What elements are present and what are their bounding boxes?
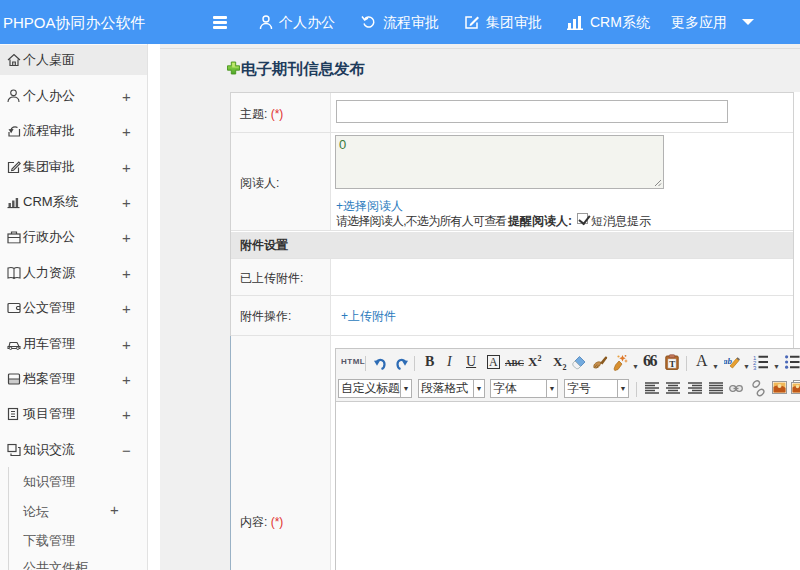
svg-text:3: 3: [753, 365, 757, 370]
svg-text:T: T: [669, 359, 675, 369]
